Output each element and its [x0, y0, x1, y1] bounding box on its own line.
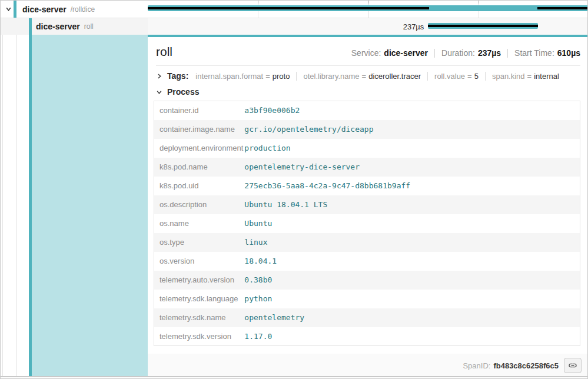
tag-item: otel.library.name=diceroller.tracer — [303, 72, 421, 81]
process-value: gcr.io/opentelemetry/diceapp — [243, 120, 580, 139]
meta-separator — [434, 49, 435, 58]
process-value: Ubuntu 18.04.1 LTS — [243, 195, 580, 214]
process-key: telemetry.sdk.version — [154, 327, 244, 346]
process-key: k8s.pod.uid — [154, 177, 244, 195]
span-detail-panel: roll Service:dice-serverDuration:237µsSt… — [148, 35, 588, 377]
process-value: python — [243, 290, 580, 308]
process-table-row: container.image.namegcr.io/opentelemetry… — [154, 120, 580, 139]
spanid-label: SpanID: — [463, 361, 490, 370]
bottom-border — [1, 376, 587, 377]
tags-section-toggle[interactable]: Tags: internal.span.format=protootel.lib… — [156, 66, 580, 84]
tag-value: internal — [534, 72, 559, 81]
tag-item: internal.span.format=proto — [195, 72, 290, 81]
process-key: os.version — [154, 252, 244, 271]
process-label: Process — [167, 87, 199, 97]
process-value: Ubuntu — [243, 214, 580, 233]
timeline-row-rolldice — [148, 1, 588, 18]
tree-guide-line — [16, 35, 17, 377]
operation-name: roll — [84, 22, 94, 31]
meta-item: Start Time:610µs — [514, 48, 580, 58]
span-bar-rolldice[interactable] — [148, 5, 588, 11]
process-value: 18.04.1 — [243, 252, 580, 271]
span-title: roll — [156, 45, 172, 59]
tag-value: proto — [273, 72, 290, 81]
operation-name: /rolldice — [71, 5, 95, 14]
process-key-value-table: container.ida3bf90e006b2container.image.… — [154, 101, 580, 346]
meta-value: dice-server — [384, 48, 428, 58]
process-key: deployment.environment — [154, 139, 244, 158]
tags-summary: internal.span.format=protootel.library.n… — [195, 72, 559, 81]
meta-separator — [507, 49, 508, 58]
critical-path-segment — [148, 7, 429, 9]
process-key: telemetry.auto.version — [154, 271, 244, 290]
service-name: dice-server — [36, 22, 80, 31]
process-table-row: container.ida3bf90e006b2 — [154, 101, 580, 120]
process-key: os.description — [154, 195, 244, 214]
selected-span-fill — [32, 35, 148, 377]
tag-key: span.kind — [492, 72, 525, 81]
process-table-row: os.descriptionUbuntu 18.04.1 LTS — [154, 195, 580, 214]
process-table-row: telemetry.sdk.nameopentelemetry — [154, 308, 580, 327]
chevron-down-icon[interactable] — [4, 5, 12, 14]
meta-label: Duration: — [441, 48, 475, 58]
tags-label: Tags: — [167, 71, 188, 81]
process-value: opentelemetry — [243, 308, 580, 327]
tag-item: roll.value=5 — [434, 72, 479, 81]
process-value: production — [243, 139, 580, 158]
meta-label: Start Time: — [514, 48, 554, 58]
process-table-row: k8s.pod.uid275ecb36-5aa8-4c2a-9c47-d8bb6… — [154, 177, 580, 195]
meta-item: Service:dice-server — [351, 48, 428, 58]
process-value: a3bf90e006b2 — [243, 101, 580, 120]
service-name: dice-server — [22, 5, 67, 14]
span-row-roll[interactable]: dice-server roll — [1, 18, 148, 35]
process-table-row: k8s.pod.nameopentelemetry-dice-server — [154, 158, 580, 177]
process-key: telemetry.sdk.name — [154, 308, 244, 327]
tag-equals: = — [362, 72, 367, 81]
process-table-row: telemetry.sdk.languagepython — [154, 290, 580, 308]
timeline-row-roll: 237µs — [148, 18, 588, 35]
process-section-toggle[interactable]: Process — [156, 84, 580, 101]
meta-value: 237µs — [478, 48, 501, 58]
process-table-row: os.typelinux — [154, 233, 580, 252]
critical-path-segment — [537, 7, 588, 9]
process-value: 0.38b0 — [243, 271, 580, 290]
tag-value: 5 — [474, 72, 479, 81]
span-row-rolldice[interactable]: dice-server /rolldice — [1, 1, 148, 18]
span-detail-footer: SpanID: fb483c8c6258f6c5 — [148, 354, 588, 377]
tag-item: span.kind=internal — [492, 72, 559, 81]
process-table-row: telemetry.sdk.version1.17.0 — [154, 327, 580, 346]
span-bar-roll[interactable] — [428, 23, 538, 29]
chevron-right-icon — [156, 73, 162, 79]
span-color-accent — [14, 1, 16, 18]
tag-separator — [296, 72, 297, 81]
process-key: container.image.name — [154, 120, 244, 139]
jaeger-trace-view: dice-server /rolldice dice-server roll 2… — [0, 0, 588, 379]
span-detail-header: roll Service:dice-serverDuration:237µsSt… — [156, 37, 580, 66]
process-value: opentelemetry-dice-server — [243, 158, 580, 177]
tag-equals: = — [467, 72, 472, 81]
meta-item: Duration:237µs — [441, 48, 501, 58]
process-key: os.type — [154, 233, 244, 252]
process-key: k8s.pod.name — [154, 158, 244, 177]
process-table-row: os.nameUbuntu — [154, 214, 580, 233]
tag-key: roll.value — [434, 72, 465, 81]
process-table-row: os.version18.04.1 — [154, 252, 580, 271]
process-value: 275ecb36-5aa8-4c2a-9c47-d8bb681b9aff — [243, 177, 580, 195]
span-name-column: dice-server /rolldice dice-server roll — [1, 1, 148, 35]
link-icon — [568, 361, 577, 370]
tag-value: diceroller.tracer — [368, 72, 421, 81]
critical-path-segment — [428, 25, 538, 27]
tag-key: internal.span.format — [195, 72, 263, 81]
meta-label: Service: — [351, 48, 381, 58]
deep-link-button[interactable] — [564, 358, 582, 373]
tag-separator — [485, 72, 486, 81]
meta-value: 610µs — [557, 48, 580, 58]
process-key: os.name — [154, 214, 244, 233]
timeline-graph: 237µs — [148, 1, 588, 35]
span-overview-meta: Service:dice-serverDuration:237µsStart T… — [351, 48, 580, 58]
tag-separator — [427, 72, 428, 81]
spanid-value: fb483c8c6258f6c5 — [493, 361, 559, 370]
tree-guide-line — [2, 35, 3, 377]
chevron-down-icon — [156, 89, 162, 95]
tag-equals: = — [527, 72, 532, 81]
